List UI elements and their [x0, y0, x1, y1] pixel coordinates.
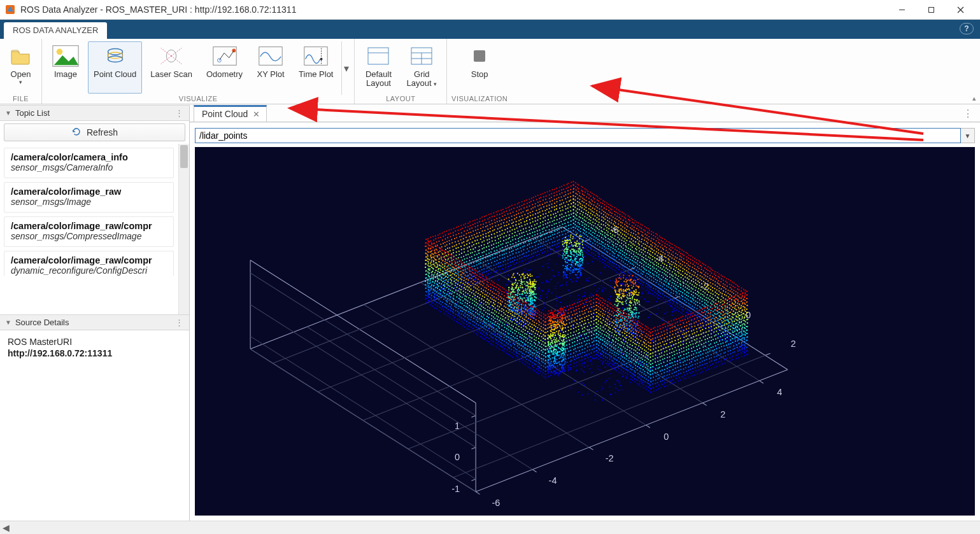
svg-point-6762 [704, 302, 706, 304]
tab-pointcloud[interactable]: Point Cloud ✕ [194, 105, 267, 122]
list-item[interactable]: /camera/color/image_raw sensor_msgs/Imag… [4, 182, 174, 213]
svg-point-7514 [743, 289, 744, 290]
svg-point-880 [476, 233, 478, 234]
svg-point-5543 [637, 286, 638, 287]
svg-point-6462 [674, 382, 676, 383]
visualize-expand[interactable]: ▾ [341, 41, 350, 95]
collapse-toolstrip-icon[interactable]: ▴ [972, 94, 976, 102]
svg-point-6656 [699, 282, 700, 283]
source-details-menu[interactable]: ⋮ [175, 318, 184, 327]
odometry-button[interactable]: Odometry [201, 41, 248, 94]
svg-point-3907 [565, 327, 566, 328]
svg-point-281 [435, 276, 436, 278]
topic-list-header[interactable]: ▼ Topic List ⋮ [0, 105, 189, 121]
laserscan-button[interactable]: Laser Scan [145, 41, 198, 94]
svg-point-2892 [541, 374, 543, 376]
svg-point-7079 [714, 349, 715, 350]
svg-point-2983 [573, 227, 574, 228]
close-tab-icon[interactable]: ✕ [253, 109, 260, 119]
svg-point-3958 [567, 306, 568, 307]
topic-select-input[interactable] [195, 128, 961, 143]
svg-point-6371 [685, 280, 686, 281]
document-menu[interactable]: ⋮ [963, 108, 974, 120]
svg-point-2262 [528, 297, 529, 298]
default-layout-button[interactable]: Default Layout [359, 41, 398, 94]
svg-point-5002 [633, 265, 634, 266]
svg-point-2722 [562, 238, 563, 239]
svg-point-7404 [735, 327, 736, 328]
svg-point-1773 [506, 342, 507, 343]
svg-point-478 [450, 292, 451, 293]
svg-point-691 [456, 304, 457, 306]
help-icon[interactable]: ? [960, 23, 974, 34]
svg-point-6508 [692, 284, 693, 285]
close-button[interactable] [946, 0, 975, 19]
svg-point-1167 [495, 253, 496, 255]
svg-point-6886 [711, 325, 712, 326]
svg-point-4527 [597, 324, 599, 325]
back-icon[interactable]: ◀ [3, 523, 10, 533]
refresh-button[interactable]: Refresh [4, 123, 185, 141]
svg-point-359 [439, 289, 440, 290]
svg-point-6243 [679, 258, 680, 260]
svg-point-4174 [588, 323, 590, 325]
svg-point-5875 [662, 262, 664, 263]
svg-point-6815 [697, 363, 698, 364]
svg-point-7527 [744, 348, 745, 349]
svg-point-995 [483, 272, 485, 273]
svg-point-7206 [722, 335, 723, 337]
svg-point-4287 [583, 370, 584, 372]
list-item[interactable]: /camera/color/image_raw/compr sensor_msg… [4, 216, 174, 247]
svg-point-926 [468, 318, 469, 320]
svg-point-4554 [618, 230, 620, 232]
svg-point-1599 [501, 314, 502, 316]
svg-point-5806 [659, 243, 660, 244]
pointcloud-canvas[interactable]: -101-6-4-2024-6-4-202 [195, 147, 975, 516]
svg-point-4594 [620, 218, 621, 220]
open-button[interactable]: Open ▾ [1, 41, 41, 94]
svg-point-6767 [693, 322, 695, 323]
list-item[interactable]: /camera/color/image_raw/compr dynamic_re… [4, 251, 174, 276]
svg-point-3580 [557, 341, 558, 342]
source-details-header[interactable]: ▼ Source Details ⋮ [0, 314, 189, 330]
maximize-button[interactable] [916, 0, 946, 19]
svg-point-6087 [671, 306, 672, 307]
svg-point-2619 [556, 191, 557, 192]
svg-point-5077 [636, 262, 637, 263]
topic-list-menu[interactable]: ⋮ [175, 108, 184, 118]
svg-point-5830 [660, 296, 662, 297]
grid-layout-button[interactable]: Grid Layout ▾ [401, 41, 443, 94]
svg-point-3457 [569, 306, 571, 307]
timeplot-button[interactable]: Time Plot [293, 41, 339, 94]
svg-point-3884 [563, 318, 564, 319]
minimize-button[interactable] [887, 0, 916, 19]
svg-point-7451 [739, 315, 740, 316]
svg-point-7129 [723, 279, 724, 281]
pointcloud-button[interactable]: Point Cloud [88, 41, 142, 94]
stop-button[interactable]: Stop [451, 41, 508, 94]
svg-point-4810 [609, 324, 610, 325]
svg-point-4278 [585, 299, 586, 300]
svg-point-6702 [690, 316, 691, 318]
scrollbar[interactable] [178, 144, 189, 314]
list-item[interactable]: /camera/color/camera_info sensor_msgs/Ca… [4, 148, 174, 178]
svg-point-609 [451, 311, 453, 313]
image-button[interactable]: Image [46, 41, 85, 94]
svg-point-6261 [679, 270, 681, 271]
svg-point-6442 [673, 344, 674, 345]
svg-point-939 [480, 239, 481, 240]
svg-point-750 [459, 260, 460, 261]
xyplot-button[interactable]: XY Plot [251, 41, 290, 94]
svg-point-5947 [646, 347, 647, 348]
svg-point-4682 [604, 334, 606, 335]
svg-point-3768 [582, 262, 583, 263]
ribbon-tab-ros[interactable]: ROS DATA ANALYZER [4, 22, 107, 39]
svg-point-2964 [573, 223, 574, 224]
svg-point-6626 [697, 281, 699, 282]
svg-point-6777 [694, 325, 695, 327]
svg-point-5479 [634, 309, 636, 310]
svg-point-2879 [541, 368, 542, 369]
svg-point-913 [478, 242, 479, 244]
topic-select-dropdown[interactable]: ▼ [961, 128, 975, 143]
svg-point-2355 [522, 320, 523, 321]
